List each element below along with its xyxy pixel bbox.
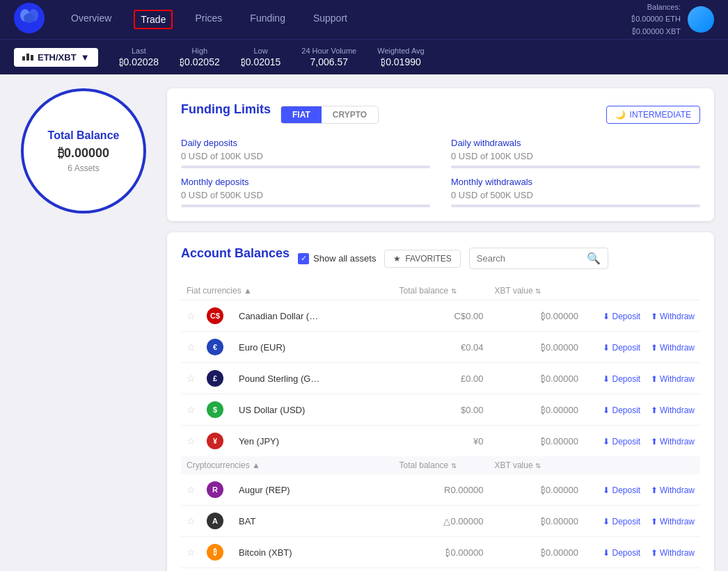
- logo[interactable]: [14, 3, 45, 36]
- favorite-star[interactable]: ☆: [187, 435, 196, 447]
- favorite-star[interactable]: ☆: [187, 547, 196, 558]
- xbt-value: ₿0.00000: [489, 394, 583, 426]
- balance-value: ₿0.00000: [394, 568, 489, 572]
- currency-name: Euro (EUR): [233, 332, 394, 363]
- nav-trade[interactable]: Trade: [134, 10, 173, 29]
- withdraw-button[interactable]: ⬆ Withdraw: [651, 485, 695, 495]
- deposit-button[interactable]: ⬇ Deposit: [603, 374, 640, 384]
- currency-name: Pound Sterling (G…: [233, 363, 394, 394]
- star-cell: ☆: [181, 474, 201, 506]
- deposit-button[interactable]: ⬇ Deposit: [603, 312, 640, 321]
- favorite-star[interactable]: ☆: [187, 310, 196, 321]
- user-avatar[interactable]: [688, 6, 714, 33]
- withdraw-button[interactable]: ⬆ Withdraw: [651, 405, 695, 415]
- dropdown-arrow: ▼: [81, 52, 90, 63]
- favorite-star[interactable]: ☆: [187, 484, 196, 495]
- funding-grid: Daily deposits 0 USD of 100K USD Daily w…: [181, 138, 700, 207]
- actions-cell: ⬇ Deposit ⬆ Withdraw: [584, 394, 700, 426]
- actions-cell: ⬇ Deposit ⬆ Withdraw: [584, 363, 700, 394]
- monthly-withdrawals: Monthly withdrawals 0 USD of 500K USD: [451, 177, 700, 207]
- favorite-star[interactable]: ☆: [187, 373, 196, 384]
- tab-crypto[interactable]: CRYPTO: [322, 106, 378, 123]
- withdraw-button[interactable]: ⬆ Withdraw: [651, 343, 695, 353]
- currency-icon-cell: £: [201, 363, 233, 394]
- search-box[interactable]: 🔍: [469, 248, 608, 269]
- currency-icon-cell: A: [201, 506, 233, 537]
- daily-withdrawals-bar: [451, 166, 700, 168]
- table-row: ☆ R Augur (REP) R0.00000 ₿0.00000 ⬇ Depo…: [181, 474, 700, 506]
- nav-support[interactable]: Support: [308, 10, 353, 29]
- favorites-button[interactable]: ★ FAVORITES: [384, 250, 460, 268]
- currency-icon: €: [207, 339, 223, 355]
- withdraw-button[interactable]: ⬆ Withdraw: [651, 437, 695, 447]
- crypto-col-total: Total balance ⇅: [394, 456, 489, 474]
- table-row: ☆ ¥ Yen (JPY) ¥0 ₿0.00000 ⬇ Deposit ⬆ Wi…: [181, 426, 700, 457]
- crypto-section-header: Cryptocurrencies ▲ Total balance ⇅ XBT v…: [181, 456, 700, 474]
- nav-overview[interactable]: Overview: [65, 10, 117, 29]
- col-header-actions: [584, 282, 700, 300]
- balance-value: C$0.00: [394, 300, 489, 332]
- funding-limits-card: Funding Limits FIAT CRYPTO 🌙 INTERMEDIAT…: [167, 88, 714, 221]
- table-row: ☆ A BAT △0.00000 ₿0.00000 ⬇ Deposit ⬆ Wi…: [181, 506, 700, 537]
- ticker-last: Last ₿0.02028: [119, 47, 159, 67]
- xbt-value: ₿0.00000: [489, 332, 583, 363]
- funding-header: Funding Limits FIAT CRYPTO 🌙 INTERMEDIAT…: [181, 102, 700, 127]
- deposit-button[interactable]: ⬇ Deposit: [603, 517, 640, 526]
- pair-selector[interactable]: ETH/XBT ▼: [14, 48, 98, 67]
- ticker-weighted-avg: Weighted Avg ₿0.01990: [377, 47, 424, 67]
- ticker-high: High ₿0.02052: [180, 47, 220, 67]
- favorite-star[interactable]: ☆: [187, 404, 196, 415]
- star-cell: ☆: [181, 426, 201, 457]
- currency-icon: R: [207, 481, 223, 498]
- currency-name: US Dollar (USD): [233, 394, 394, 426]
- balance-value: ₿0.00000: [394, 537, 489, 568]
- deposit-button[interactable]: ⬇ Deposit: [603, 485, 640, 495]
- col-header-xbt: XBT value ⇅: [489, 282, 583, 300]
- crypto-header-label: Cryptocurrencies ▲: [181, 456, 394, 474]
- currency-name: Yen (JPY): [233, 426, 394, 457]
- currency-icon: A: [207, 513, 223, 529]
- xbt-value: ₿0.00000: [489, 537, 583, 568]
- nav-funding[interactable]: Funding: [244, 10, 291, 29]
- deposit-button[interactable]: ⬇ Deposit: [603, 548, 640, 558]
- funding-tab-group: FIAT CRYPTO: [280, 106, 379, 124]
- nav-balances: Balances: ₿0.00000 ETH ₿0.00000 XBT: [631, 1, 681, 38]
- daily-deposits: Daily deposits 0 USD of 100K USD: [181, 138, 430, 168]
- deposit-button[interactable]: ⬇ Deposit: [603, 343, 640, 353]
- show-all-assets-label[interactable]: Show all assets: [298, 253, 376, 264]
- withdraw-button[interactable]: ⬆ Withdraw: [651, 548, 695, 558]
- main-content: Total Balance ₿0.00000 6 Assets Funding …: [0, 74, 728, 571]
- favorite-star[interactable]: ☆: [187, 341, 196, 353]
- actions-cell: ⬇ Deposit ⬆ Withdraw: [584, 474, 700, 506]
- actions-cell: ⬇ Deposit ⬆ Withdraw: [584, 537, 700, 568]
- table-row: ☆ C$ Canadian Dollar (… C$0.00 ₿0.00000 …: [181, 300, 700, 332]
- nav-prices[interactable]: Prices: [189, 10, 228, 29]
- deposit-button[interactable]: ⬇ Deposit: [603, 405, 640, 415]
- withdraw-button[interactable]: ⬆ Withdraw: [651, 374, 695, 384]
- currency-name: Augur (REP): [233, 474, 394, 506]
- search-input[interactable]: [477, 253, 583, 264]
- intermediate-button[interactable]: 🌙 INTERMEDIATE: [606, 106, 700, 124]
- balance-value: $0.00: [394, 394, 489, 426]
- deposit-button[interactable]: ⬇ Deposit: [603, 437, 640, 447]
- ticker-volume: 24 Hour Volume 7,006.57: [301, 47, 356, 67]
- total-balance-title: Total Balance: [48, 129, 120, 142]
- actions-cell: ⬇ Deposit ⬆ Withdraw: [584, 568, 700, 572]
- daily-deposits-bar: [181, 166, 430, 168]
- balances-header: Account Balances Show all assets ★ FAVOR…: [181, 246, 700, 271]
- xbt-value: ₿0.00000: [489, 426, 583, 457]
- table-row: ☆ $ US Dollar (USD) $0.00 ₿0.00000 ⬇ Dep…: [181, 394, 700, 426]
- tab-fiat[interactable]: FIAT: [281, 106, 322, 123]
- currency-name: Bitcoin Cash (BCH): [233, 568, 394, 572]
- star-cell: ☆: [181, 300, 201, 332]
- currency-icon: ¥: [207, 433, 223, 449]
- balance-value: €0.04: [394, 332, 489, 363]
- xbt-value: ₿0.00000: [489, 568, 583, 572]
- currency-name: Canadian Dollar (…: [233, 300, 394, 332]
- withdraw-button[interactable]: ⬆ Withdraw: [651, 517, 695, 526]
- star-icon: ★: [393, 254, 401, 264]
- withdraw-button[interactable]: ⬆ Withdraw: [651, 312, 695, 321]
- monthly-deposits-bar: [181, 204, 430, 207]
- favorite-star[interactable]: ☆: [187, 515, 196, 526]
- show-all-checkbox[interactable]: [298, 253, 309, 264]
